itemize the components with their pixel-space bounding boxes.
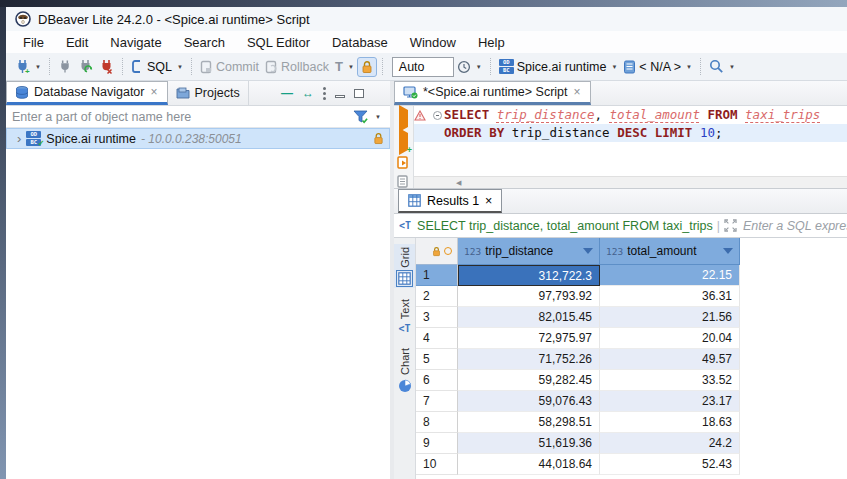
main-toolbar: + ▼ SQL ▼ Commit Rollback T ▼ [6,53,847,81]
cell-trip-distance[interactable]: 58,298.51 [458,412,600,433]
cell-trip-distance[interactable]: 51,619.36 [458,433,600,454]
view-menu-icon[interactable] [323,87,326,100]
commit-button[interactable]: Commit [197,57,262,77]
dbeaver-window: DBeaver Lite 24.2.0 - <Spice.ai runtime>… [0,0,847,479]
cell-trip-distance[interactable]: 82,015.45 [458,307,600,328]
tab-projects[interactable]: Projects [168,81,249,105]
sql-identifier: trip_distance [497,106,595,124]
menu-search[interactable]: Search [173,33,236,52]
rollback-button[interactable]: Rollback [262,57,332,77]
cell-trip-distance[interactable]: 71,752.26 [458,349,600,370]
tab-grid[interactable]: Grid [394,244,415,288]
column-header-total-amount[interactable]: 123 total_amount [600,238,740,265]
cell-trip-distance[interactable]: 59,282.45 [458,370,600,391]
grid-corner-cell[interactable] [416,238,458,265]
close-icon[interactable]: × [573,85,582,99]
tab-database-navigator[interactable]: Database Navigator × [6,81,168,105]
connection-lock-toggle[interactable] [357,57,377,77]
cell-total-amount[interactable]: 21.56 [600,307,740,328]
chevron-down-icon[interactable]: ▼ [476,64,482,70]
cell-total-amount[interactable]: 20.04 [600,328,740,349]
row-number[interactable]: 9 [416,433,458,454]
cell-trip-distance[interactable]: 59,076.43 [458,391,600,412]
connect-button[interactable] [55,56,75,77]
filter-funnel-icon[interactable] [353,110,369,124]
cell-trip-distance[interactable]: 97,793.92 [458,286,600,307]
chevron-down-icon[interactable]: ▼ [177,64,183,70]
record-mode-icon [444,247,452,255]
minimize-icon[interactable] [335,95,345,98]
row-number[interactable]: 3 [416,307,458,328]
sql-code[interactable]: SELECT trip_distance, total_amount FROM … [414,106,847,176]
search-button[interactable]: ▼ [706,56,738,77]
auto-commit-combo[interactable]: Auto [392,57,454,77]
chevron-down-icon[interactable]: ▼ [611,64,617,70]
menu-file[interactable]: File [12,33,55,52]
menu-help[interactable]: Help [467,33,516,52]
script-icon[interactable] [397,175,410,189]
new-connection-button[interactable]: + ▼ [12,56,44,77]
execute-script-icon[interactable] [397,156,410,170]
chevron-down-icon[interactable]: ▼ [686,64,692,70]
cell-trip-distance[interactable]: 44,018.64 [458,454,600,475]
scroll-left-icon[interactable]: ◀ [456,179,461,187]
menu-edit[interactable]: Edit [55,33,99,52]
reconnect-button[interactable] [75,56,96,77]
row-number[interactable]: 2 [416,286,458,307]
tab-sql-script[interactable]: *<Spice.ai runtime> Script × [394,81,591,105]
row-number[interactable]: 4 [416,328,458,349]
sort-filter-icon[interactable] [723,248,733,254]
object-filter-input[interactable] [6,110,353,124]
cell-trip-distance[interactable]: 312,722.3 [458,265,600,286]
tab-text[interactable]: Text <T [394,296,415,337]
cell-total-amount[interactable]: 33.52 [600,370,740,391]
menu-database[interactable]: Database [321,33,399,52]
sql-editor-button[interactable]: SQL ▼ [128,56,186,77]
minimize-view-icon[interactable]: — [281,86,293,100]
cell-total-amount[interactable]: 49.57 [600,349,740,370]
active-connection-combo[interactable]: OD BC Spice.ai runtime ▼ [496,56,621,77]
connection-tree-item[interactable]: › OD BC ✓ Spice.ai runtime - 10.0.0.238:… [6,128,390,149]
column-header-trip-distance[interactable]: 123 trip_distance [458,238,600,265]
cell-total-amount[interactable]: 36.31 [600,286,740,307]
cell-total-amount[interactable]: 18.63 [600,412,740,433]
row-number[interactable]: 6 [416,370,458,391]
menu-sql-editor[interactable]: SQL Editor [236,33,321,52]
menu-navigate[interactable]: Navigate [99,33,172,52]
transaction-log-button[interactable]: ▼ [454,57,485,77]
link-editor-icon[interactable]: ↔ [302,86,314,100]
expander-chevron-icon[interactable]: › [17,131,21,146]
close-icon[interactable]: × [485,194,492,208]
cell-total-amount[interactable]: 22.15 [600,265,740,286]
maximize-icon[interactable] [354,89,364,98]
chevron-down-icon[interactable]: ▼ [729,64,735,70]
cell-trip-distance[interactable]: 72,975.97 [458,328,600,349]
close-icon[interactable]: × [149,85,158,99]
execute-new-tab-button[interactable]: + [399,133,408,151]
tab-results-1[interactable]: Results 1 × [398,189,502,213]
cell-total-amount[interactable]: 52.43 [600,454,740,475]
fold-marker-icon[interactable] [430,111,444,120]
menu-window[interactable]: Window [399,33,467,52]
row-number[interactable]: 1 [416,265,458,286]
sort-filter-icon[interactable] [583,248,593,254]
chevron-down-icon[interactable]: ▼ [348,64,354,70]
sql-keyword: LIMIT [655,124,693,142]
row-number[interactable]: 8 [416,412,458,433]
row-number[interactable]: 5 [416,349,458,370]
row-number[interactable]: 10 [416,454,458,475]
expand-filter-icon[interactable] [724,219,737,232]
transaction-mode-button[interactable]: T ▼ [332,56,357,77]
cell-total-amount[interactable]: 23.17 [600,391,740,412]
results-filter-bar[interactable]: <T SELECT trip_distance, total_amount FR… [394,214,847,238]
disconnect-button[interactable] [96,56,117,77]
row-number[interactable]: 7 [416,391,458,412]
editor-hscrollbar[interactable]: ◀ [414,176,847,188]
chevron-down-icon[interactable]: ▼ [35,64,41,70]
chevron-down-icon[interactable]: ▼ [375,114,381,120]
tab-chart[interactable]: Chart [394,345,415,396]
active-schema-combo[interactable]: < N/A > ▼ [620,57,695,77]
database-doc-icon [623,60,636,74]
execute-statement-button[interactable] [399,110,408,128]
cell-total-amount[interactable]: 24.2 [600,433,740,454]
